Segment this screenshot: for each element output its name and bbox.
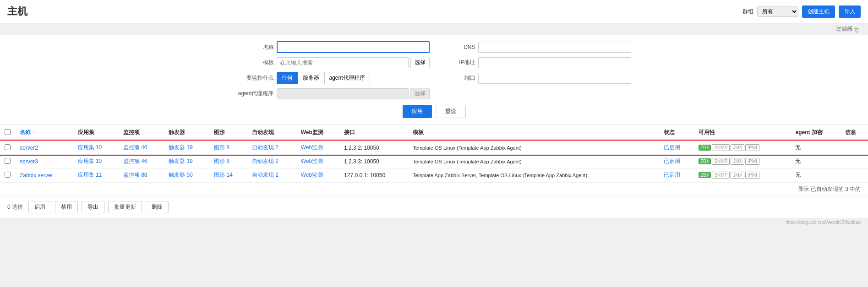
appset-link[interactable]: 应用集 10 — [78, 158, 102, 164]
footer: https://blog.csdn.net/weixin/38/zdftad — [0, 218, 868, 227]
batch-update-button[interactable]: 批量更新 — [108, 201, 142, 213]
monitor-link[interactable]: 监控项 88 — [123, 172, 147, 178]
dns-input[interactable] — [478, 42, 631, 53]
template-search-input[interactable] — [277, 57, 409, 68]
col-info[interactable]: 信息 — [841, 125, 868, 141]
row-checkbox-cell[interactable] — [0, 168, 15, 182]
import-button[interactable]: 导入 — [839, 5, 861, 18]
cell-monitor[interactable]: 监控项 46 — [119, 141, 164, 155]
cell-appset[interactable]: 应用集 10 — [73, 141, 119, 155]
name-label: 名称 — [237, 43, 274, 51]
reset-filter-button[interactable]: 重设 — [436, 105, 466, 118]
web-link[interactable]: Web监测 — [301, 172, 323, 178]
disable-button[interactable]: 禁用 — [55, 201, 78, 213]
cell-status[interactable]: 已启用 — [659, 141, 694, 155]
cell-autodiscover[interactable]: 自动发现 2 — [247, 168, 296, 182]
row-checkbox[interactable] — [5, 158, 11, 164]
graph-link[interactable]: 图形 8 — [214, 144, 229, 151]
col-monitor[interactable]: 监控项 — [119, 125, 164, 141]
cell-trigger[interactable]: 触发器 19 — [164, 141, 209, 155]
autodiscover-link[interactable]: 自动发现 2 — [252, 172, 278, 178]
trigger-link[interactable]: 触发器 19 — [169, 144, 193, 151]
row-checkbox-cell[interactable] — [0, 141, 15, 155]
cell-name[interactable]: server2 — [15, 141, 73, 155]
cell-autodiscover[interactable]: 自动发现 2 — [247, 141, 296, 155]
web-link[interactable]: Web监测 — [301, 144, 323, 151]
cell-monitor[interactable]: 监控项 88 — [119, 168, 164, 182]
col-agent-enc[interactable]: agent 加密 — [791, 125, 840, 141]
agent-proxy-input[interactable] — [277, 88, 409, 99]
cell-name[interactable]: server3 — [15, 155, 73, 168]
col-interface[interactable]: 接口 — [339, 125, 408, 141]
cell-monitor[interactable]: 监控项 46 — [119, 155, 164, 168]
graph-link[interactable]: 图形 8 — [214, 158, 229, 164]
template-select-button[interactable]: 选择 — [410, 57, 430, 68]
cell-autodiscover[interactable]: 自动发现 2 — [247, 155, 296, 168]
autodiscover-link[interactable]: 自动发现 2 — [252, 158, 278, 164]
cell-graph[interactable]: 图形 8 — [209, 155, 247, 168]
monitor-link[interactable]: 监控项 46 — [123, 144, 147, 151]
col-graph[interactable]: 图形 — [209, 125, 247, 141]
filter-name-row: 名称 — [237, 41, 430, 53]
table-row: Zabbix server 应用集 11 监控项 88 触发器 50 图形 14… — [0, 168, 868, 182]
cell-appset[interactable]: 应用集 11 — [73, 168, 119, 182]
col-template[interactable]: 模板 — [408, 125, 659, 141]
apply-filter-button[interactable]: 应用 — [403, 105, 432, 118]
col-name[interactable]: 名称 ↑ — [15, 125, 73, 141]
host-name-link[interactable]: server3 — [20, 158, 38, 165]
col-web[interactable]: Web监测 — [296, 125, 339, 141]
cell-trigger[interactable]: 触发器 19 — [164, 155, 209, 168]
col-appset[interactable]: 应用集 — [73, 125, 119, 141]
select-all-checkbox[interactable] — [5, 129, 11, 135]
create-host-button[interactable]: 创建主机 — [802, 5, 835, 18]
monitor-server-button[interactable]: 服务器 — [298, 72, 324, 84]
trigger-link[interactable]: 触发器 50 — [169, 172, 193, 178]
web-link[interactable]: Web监测 — [301, 158, 323, 164]
cell-appset[interactable]: 应用集 10 — [73, 155, 119, 168]
page-title: 主机 — [7, 5, 27, 18]
row-checkbox[interactable] — [5, 144, 11, 150]
host-name-link[interactable]: server2 — [20, 145, 38, 151]
cell-template: Template OS Linux (Template App Zabbix A… — [408, 155, 659, 168]
row-checkbox-cell[interactable] — [0, 155, 15, 168]
cell-graph[interactable]: 图形 14 — [209, 168, 247, 182]
monitor-any-button[interactable]: 任何 — [277, 72, 298, 84]
monitor-agent-button[interactable]: agent代理程序 — [324, 72, 370, 84]
cell-info — [841, 155, 868, 168]
port-input[interactable] — [478, 73, 631, 84]
col-availability[interactable]: 可用性 — [694, 125, 791, 141]
agent-select-button[interactable]: 选择 — [410, 88, 430, 99]
autodiscover-link[interactable]: 自动发现 2 — [252, 144, 278, 151]
cell-web[interactable]: Web监测 — [296, 168, 339, 182]
group-select[interactable]: 所有 — [757, 6, 798, 17]
appset-link[interactable]: 应用集 10 — [78, 144, 102, 151]
cell-graph[interactable]: 图形 8 — [209, 141, 247, 155]
cell-info — [841, 141, 868, 155]
cell-web[interactable]: Web监测 — [296, 141, 339, 155]
col-status[interactable]: 状态 — [659, 125, 694, 141]
row-checkbox[interactable] — [5, 172, 11, 178]
name-input[interactable] — [277, 41, 430, 53]
graph-link[interactable]: 图形 14 — [214, 172, 233, 178]
ip-label: IP地址 — [439, 59, 475, 66]
monitor-link[interactable]: 监控项 46 — [123, 158, 147, 164]
cell-web[interactable]: Web监测 — [296, 155, 339, 168]
cell-status[interactable]: 已启用 — [659, 168, 694, 182]
avail-badge-jmx: JMX — [731, 158, 744, 165]
delete-button[interactable]: 删除 — [146, 201, 169, 213]
enable-button[interactable]: 启用 — [28, 201, 51, 213]
filter-panel: 名称 DNS 模板 选择 IP地址 要监控什么 任何 服务器 ag — [0, 35, 868, 125]
cell-status[interactable]: 已启用 — [659, 155, 694, 168]
filter-icon[interactable] — [854, 27, 861, 32]
col-autodiscover[interactable]: 自动发现 — [247, 125, 296, 141]
ip-input[interactable] — [478, 57, 631, 68]
cell-trigger[interactable]: 触发器 50 — [164, 168, 209, 182]
host-name-link[interactable]: Zabbix server — [20, 172, 53, 179]
cell-name[interactable]: Zabbix server — [15, 168, 73, 182]
export-button[interactable]: 导出 — [82, 201, 104, 213]
monitor-label: 要监控什么 — [237, 74, 274, 82]
trigger-link[interactable]: 触发器 19 — [169, 158, 193, 164]
select-all-header[interactable] — [0, 125, 15, 141]
appset-link[interactable]: 应用集 11 — [78, 172, 102, 178]
col-trigger[interactable]: 触发器 — [164, 125, 209, 141]
